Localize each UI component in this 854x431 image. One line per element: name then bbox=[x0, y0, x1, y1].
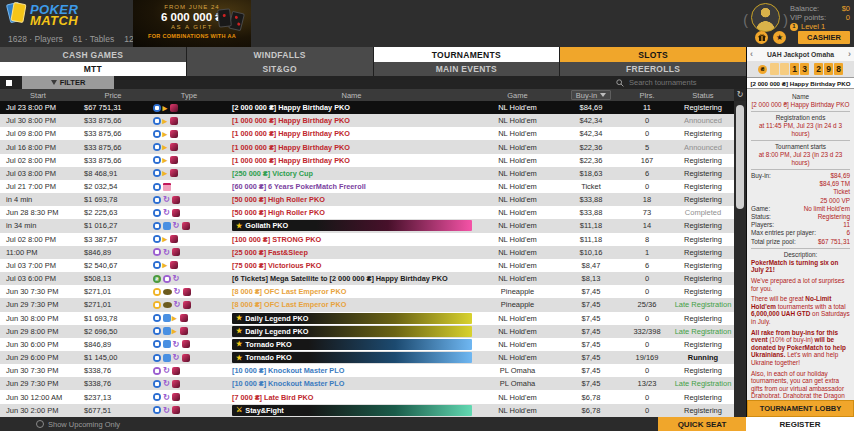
row-players: 6 bbox=[622, 261, 672, 270]
scrollbar-thumb[interactable] bbox=[736, 105, 744, 209]
table-scrollbar[interactable] bbox=[734, 101, 746, 417]
table-row[interactable]: Jun 30 7:30 PM$338,76↻[10 000 ₴] Knockou… bbox=[0, 364, 734, 377]
column-header-buyin[interactable]: Buy-in bbox=[560, 90, 622, 100]
jackpot-counter: ₴13298 bbox=[747, 61, 854, 77]
tab-slots[interactable]: SLOTS bbox=[560, 47, 746, 62]
field-value: 6 bbox=[816, 229, 850, 237]
row-tournament-name: [10 000 ₴] Knockout Master PLO bbox=[228, 379, 475, 388]
filter-button[interactable]: FILTER bbox=[22, 76, 114, 89]
row-buyin: $42,34 bbox=[560, 129, 622, 138]
buyin-sort-dropdown[interactable]: Buy-in bbox=[571, 90, 611, 100]
row-prize: $3 387,57 bbox=[76, 235, 150, 244]
row-prize: $237,13 bbox=[76, 393, 150, 402]
coin-yellow-icon bbox=[153, 301, 161, 309]
table-row[interactable]: Jun 28 8:30 PM$2 225,63↻[50 000 ₴] High … bbox=[0, 206, 734, 219]
pokermatch-logo[interactable]: POKER MATCH bbox=[8, 3, 78, 26]
cashier-button[interactable]: CASHIER bbox=[798, 31, 850, 44]
row-tournament-name: [100 000 ₴] STRONG PKO bbox=[228, 235, 475, 244]
tab-freerolls[interactable]: FREEROLLS bbox=[560, 62, 746, 76]
tab-tournaments[interactable]: TOURNAMENTS bbox=[374, 47, 560, 62]
table-row[interactable]: Jun 30 8:00 PM$1 693,78▸★Daily Legend PK… bbox=[0, 312, 734, 325]
tab-sit-go[interactable]: SIT&GO bbox=[187, 62, 373, 76]
row-players: 8 bbox=[622, 235, 672, 244]
logo-text: POKER MATCH bbox=[30, 4, 78, 26]
tournament-selector[interactable]: [2 000 000 ₴] Happy Birthday PKO bbox=[747, 77, 854, 89]
column-header-price[interactable]: Price bbox=[76, 91, 150, 100]
table-row[interactable]: Jun 29 7:30 PM$271,01↻[8 000 ₴] OFC Last… bbox=[0, 298, 734, 311]
register-button[interactable]: REGISTER bbox=[746, 417, 854, 431]
row-type-icons: ▸ bbox=[150, 104, 228, 112]
tournament-details: Name[2 000 000 ₴] Happy Birthday PKORegi… bbox=[747, 90, 854, 400]
tab-main-events[interactable]: MAIN EVENTS bbox=[374, 62, 560, 76]
reentry-icon: ↻ bbox=[163, 208, 171, 217]
row-prize: $1 145,00 bbox=[76, 353, 150, 362]
table-row[interactable]: Jul 02 8:00 PM$3 387,57▸[100 000 ₴] STRO… bbox=[0, 233, 734, 246]
table-row[interactable]: Jun 30 7:30 PM$271,01↻[8 000 ₴] OFC Last… bbox=[0, 285, 734, 298]
table-row[interactable]: Jul 16 8:00 PM$33 875,66▸[1 000 000 ₴] H… bbox=[0, 140, 734, 153]
tab-mtt[interactable]: MTT bbox=[0, 62, 186, 76]
table-row[interactable]: Jun 30 2:00 PM$677,51↻⚔Stay&FightNL Hold… bbox=[0, 404, 734, 417]
column-header-name[interactable]: Name bbox=[228, 91, 475, 100]
row-start-time: Jul 30 8:00 PM bbox=[0, 116, 76, 125]
fist-icon bbox=[172, 380, 180, 388]
table-row[interactable]: Jul 23 8:00 PM$67 751,31▸[2 000 000 ₴] H… bbox=[0, 101, 734, 114]
row-prize: $846,89 bbox=[76, 248, 150, 257]
search-input[interactable] bbox=[627, 77, 732, 88]
table-row[interactable]: Jun 29 6:00 PM$1 145,00↻★Tornado PKONL H… bbox=[0, 351, 734, 364]
table-row[interactable]: in 4 min$1 693,78↻[50 000 ₴] High Roller… bbox=[0, 193, 734, 206]
table-row[interactable]: in 34 min$1 016,27↻★Goliath PKONL Hold'e… bbox=[0, 219, 734, 232]
collapse-square-icon[interactable] bbox=[6, 80, 12, 86]
column-header-start[interactable]: Start bbox=[0, 91, 76, 100]
table-row[interactable]: Jun 30 12:00 AM$237,13↻[7 000 ₴] Late Bi… bbox=[0, 390, 734, 403]
table-row[interactable]: Jun 30 6:00 PM$846,89↻★Tornado PKONL Hol… bbox=[0, 338, 734, 351]
row-status: Announced bbox=[672, 116, 734, 125]
field-value: Ticket bbox=[751, 188, 850, 196]
quick-seat-button[interactable]: QUICK SEAT bbox=[658, 417, 746, 431]
row-tournament-name: [25 000 ₴] Fast&Sleep bbox=[228, 248, 475, 257]
row-tournament-name: [250 000 ₴] Victory Cup bbox=[228, 169, 475, 178]
tournament-lobby-button[interactable]: TOURNAMENT LOBBY bbox=[747, 400, 854, 417]
tab-cash-games[interactable]: CASH GAMES bbox=[0, 47, 186, 62]
row-tournament-name: [7 000 ₴] Late Bird PKO bbox=[228, 393, 475, 402]
column-header-plrs[interactable]: Plrs. bbox=[622, 91, 672, 100]
table-row[interactable]: Jul 02 8:00 PM$33 875,66▸[1 000 000 ₴] H… bbox=[0, 154, 734, 167]
jackpot-next-icon[interactable]: › bbox=[848, 49, 851, 59]
row-start-time: in 34 min bbox=[0, 221, 76, 230]
fist-icon bbox=[170, 117, 178, 125]
row-players: 0 bbox=[622, 274, 672, 283]
table-row[interactable]: Jul 03 6:00 PM$508,13₴↻[6 Tickets] Mega … bbox=[0, 272, 734, 285]
olive-icon bbox=[163, 302, 172, 308]
row-players: 1 bbox=[622, 248, 672, 257]
table-row[interactable]: Jun 29 7:30 PM$338,76↻[10 000 ₴] Knockou… bbox=[0, 377, 734, 390]
table-row[interactable]: Jul 21 7:00 PM$2 032,54[60 000 ₴] 6 Year… bbox=[0, 180, 734, 193]
jackpot-prev-icon[interactable]: ‹ bbox=[750, 49, 753, 59]
refresh-icon[interactable]: ↻ bbox=[734, 89, 746, 101]
row-buyin: $7,45 bbox=[560, 314, 622, 323]
row-status: Registering bbox=[672, 248, 734, 257]
table-row[interactable]: 11:00 PM$846,89↻[25 000 ₴] Fast&SleepNL … bbox=[0, 246, 734, 259]
row-prize: $33 875,66 bbox=[76, 129, 150, 138]
achievements-star-icon[interactable]: ★ bbox=[773, 31, 786, 44]
avatar[interactable] bbox=[751, 3, 780, 32]
tab-windfalls[interactable]: WINDFALLS bbox=[187, 47, 373, 62]
gift-icon[interactable] bbox=[755, 31, 768, 44]
description-label: Description: bbox=[751, 249, 850, 259]
table-row[interactable]: Jul 03 8:00 PM$8 468,91▸[250 000 ₴] Vict… bbox=[0, 167, 734, 180]
row-tournament-name: [50 000 ₴] High Roller PKO bbox=[228, 208, 475, 217]
column-header-game[interactable]: Game bbox=[475, 91, 560, 100]
promo-banner[interactable]: FROM JUNE 24 6 000 000 ₴ AS A GIFT FOR C… bbox=[133, 0, 251, 47]
detail-field-row: Players:11 bbox=[751, 221, 850, 229]
row-status: Running bbox=[672, 353, 734, 362]
row-type-icons: ▸ bbox=[150, 314, 228, 322]
radio-icon[interactable] bbox=[36, 420, 44, 428]
reentry-icon: ↻ bbox=[163, 248, 171, 257]
column-header-status[interactable]: Status bbox=[672, 91, 734, 100]
table-row[interactable]: Jul 09 8:00 PM$33 875,66▸[1 000 000 ₴] H… bbox=[0, 127, 734, 140]
table-row[interactable]: Jul 30 8:00 PM$33 875,66▸[1 000 000 ₴] H… bbox=[0, 114, 734, 127]
column-header-type[interactable]: Type bbox=[150, 91, 228, 100]
tournament-banner: ★Goliath PKO bbox=[232, 220, 472, 231]
table-row[interactable]: Jun 29 8:00 PM$2 696,50▸★Daily Legend PK… bbox=[0, 325, 734, 338]
fist-icon bbox=[182, 222, 190, 230]
show-upcoming-toggle[interactable]: Show Upcoming Only bbox=[0, 417, 658, 431]
table-row[interactable]: Jul 03 7:00 PM$2 540,67▸[75 000 ₴] Victo… bbox=[0, 259, 734, 272]
